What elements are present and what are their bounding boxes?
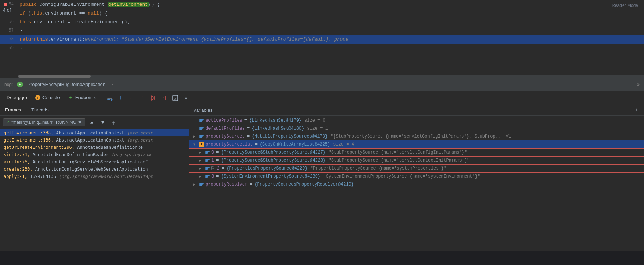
var-extra-1: "StubPropertySource {name='servletContex… <box>328 158 470 163</box>
editor-scrollbar-h[interactable] <box>18 75 644 78</box>
trace-btn[interactable]: ≡ <box>181 93 191 103</box>
svg-marker-3 <box>111 99 113 101</box>
line-number-58: 58 <box>0 37 18 42</box>
var-eq-2: = <box>222 166 224 171</box>
debug-toolbar: Debugger ! Console ✦ Endpoints ↓ ↓ ↑ <box>0 91 644 105</box>
var-item-propertysourcelist[interactable]: ▼ f propertySourceList = {CopyOnWriteArr… <box>189 140 644 148</box>
frame-item-2[interactable]: getOrCreateEnvironment:296, AnnotatedBea… <box>0 144 189 151</box>
threads-tab-label: Threads <box>31 107 49 113</box>
match-count: 4 of <box>0 6 14 14</box>
endpoints-label: Endpoints <box>75 95 96 100</box>
frame-item-4[interactable]: <init>:76, AnnotationConfigServletWebSer… <box>0 158 189 166</box>
frame-method-2: getOrCreateEnvironment:296, <box>4 145 77 150</box>
var-eq-sourcelist: = <box>255 142 258 147</box>
frames-panel: Frames Threads ✓ "main"@1 in g...main": … <box>0 105 189 251</box>
thread-selector-bar: ✓ "main"@1 in g...main": RUNNING ▼ ▲ ▼ ⏚ <box>0 116 189 129</box>
frame-down-btn[interactable]: ▼ <box>98 118 107 127</box>
step-into-my-code-btn[interactable]: →| <box>159 93 169 103</box>
line-number-57: 57 <box>0 28 18 33</box>
var-item-propertysources[interactable]: ▶ propertySources = {MutablePropertySour… <box>189 132 644 140</box>
var-val-2: {PropertiesPropertySource@4229} <box>226 166 307 171</box>
app-run-icon <box>17 82 23 87</box>
frame-item-3[interactable]: <init>:71, AnnotatedBeanDefinitionReader… <box>0 151 189 158</box>
tab-threads[interactable]: Threads <box>26 105 54 115</box>
frame-item-1[interactable]: getEnvironment:136, AbstractApplicationC… <box>0 136 189 144</box>
filter-btn[interactable]: ⏚ <box>109 118 118 127</box>
code-line-59: 59 } <box>0 44 644 52</box>
tab-console[interactable]: ! Console <box>32 93 64 102</box>
tab-frames[interactable]: Frames <box>0 105 26 115</box>
var-name-2: 2 <box>217 166 219 171</box>
step-over-btn[interactable]: ↓ <box>116 93 126 103</box>
var-val-activeprofiles: {LinkedHashSet@4179} <box>249 118 301 123</box>
variables-header: Variables <box>189 105 217 116</box>
keyword-public: public <box>20 2 40 7</box>
tab-endpoints[interactable]: ✦ Endpoints <box>64 93 100 102</box>
bar-icon-2 <box>205 166 210 171</box>
bar-icon-activeprofiles <box>199 118 204 123</box>
frame-pkg-6: (org.springframework.boot.DefaultApp <box>59 174 153 179</box>
line-number-59: 59 <box>0 45 18 50</box>
reader-mode-label[interactable]: Reader Mode <box>612 3 638 8</box>
var-item-defaultprofiles[interactable]: defaultProfiles = {LinkedHashSet@4180} s… <box>189 125 644 132</box>
var-item-2[interactable]: ▶ ⎘ 2 = {PropertiesPropertySource@4229} … <box>189 164 644 172</box>
copy-icon-2: ⎘ <box>211 166 214 171</box>
var-item-propertyresolver[interactable]: ▶ propertyResolver = {PropertySourcesPro… <box>189 180 644 188</box>
frame-pkg-1: (org.sprin <box>127 138 153 143</box>
var-name-1: 1 <box>211 158 214 163</box>
debug-main-content: Frames Threads ✓ "main"@1 in g...main": … <box>0 105 644 251</box>
frame-item-6[interactable]: apply:-1, 1694784135 (org.springframewor… <box>0 173 189 180</box>
var-extra-defaultprofiles: size = 1 <box>307 126 328 131</box>
frame-class-1: AbstractApplicationContext <box>56 138 127 143</box>
thread-name: "main"@1 in g...main": RUNNING <box>11 120 76 125</box>
step-marker-57 <box>4 29 7 32</box>
frame-class-0: AbstractApplicationContext <box>56 130 127 135</box>
frame-class-3: AnnotatedBeanDefinitionReader <box>32 152 111 157</box>
code-line-56: 56 this.environment = createEnvironment(… <box>0 17 644 26</box>
var-eq-3: = <box>216 174 219 179</box>
run-to-cursor-btn[interactable] <box>148 93 158 103</box>
expand-icon-2: ▶ <box>199 166 203 171</box>
var-eq-0: = <box>216 150 219 155</box>
evaluate-btn[interactable]: □ <box>170 93 180 103</box>
var-item-activeprofiles[interactable]: activeProfiles = {LinkedHashSet@4179} si… <box>189 117 644 125</box>
frame-class-6: 1694784135 <box>30 174 58 179</box>
svg-rect-1 <box>107 98 112 98</box>
step-into-btn[interactable]: ↓ <box>126 93 137 103</box>
debug-app-name[interactable]: PropertyEncryptBugDemoApplication <box>27 82 105 87</box>
frames-tab-label: Frames <box>5 107 21 113</box>
bar-icon-resolver <box>199 182 204 187</box>
add-watch-btn[interactable]: + <box>632 106 641 115</box>
var-name-defaultprofiles: defaultProfiles <box>206 126 245 131</box>
frame-up-btn[interactable]: ▲ <box>88 118 96 127</box>
var-item-0[interactable]: ▶ 0 = {PropertySource$StubPropertySource… <box>189 148 644 156</box>
bar-icon-1 <box>205 158 210 163</box>
frame-item-0[interactable]: getEnvironment:338, AbstractApplicationC… <box>0 129 189 136</box>
code-editor: Reader Mode 54 public ConfigurableEnviro… <box>0 0 644 78</box>
show-execution-point-btn[interactable] <box>105 93 115 103</box>
frame-item-5[interactable]: create:230, AnnotationConfigServletWebSe… <box>0 166 189 173</box>
tab-debugger[interactable]: Debugger <box>3 93 31 102</box>
check-icon: ✓ <box>6 120 10 125</box>
code-line-55: 55 if (this.environment == null) { <box>0 9 644 17</box>
debugger-label: Debugger <box>7 95 27 100</box>
line-content-58: return this.environment; environment: "S… <box>18 37 644 42</box>
thread-dropdown[interactable]: ✓ "main"@1 in g...main": RUNNING ▼ <box>3 118 85 126</box>
var-item-3[interactable]: ▶ 3 = {SystemEnvironmentPropertySource@4… <box>189 172 644 180</box>
var-name-0: 0 <box>211 150 214 155</box>
variables-panel: Variables + activeProfiles = {LinkedHash… <box>189 105 644 251</box>
var-item-1[interactable]: ▶ 1 = {PropertySource$StubPropertySource… <box>189 156 644 164</box>
close-tab-btn[interactable]: × <box>111 82 114 87</box>
line-content-59: } <box>18 45 644 51</box>
type-configurable: ConfigurableEnvironment <box>40 2 108 7</box>
settings-icon[interactable]: ⚙ <box>637 81 640 87</box>
expand-icon-resolver: ▶ <box>193 182 198 187</box>
var-eq-1: = <box>216 158 219 163</box>
console-label: Console <box>42 95 60 100</box>
line-number-56: 56 <box>0 19 18 24</box>
endpoints-icon: ✦ <box>68 95 73 100</box>
bar-icon-0 <box>205 150 210 155</box>
var-name-sourcelist: propertySourceList <box>206 142 253 147</box>
toolbar-separator-1 <box>102 94 102 102</box>
step-out-btn[interactable]: ↑ <box>137 93 147 103</box>
